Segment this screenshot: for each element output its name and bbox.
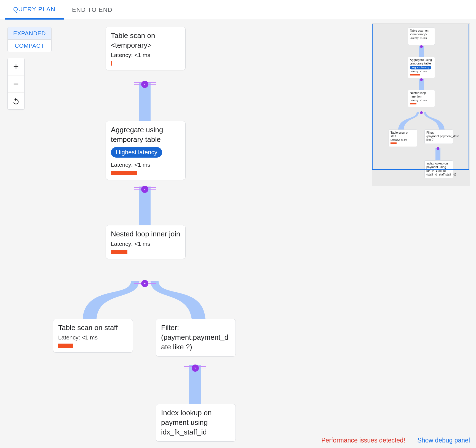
performance-warning: Performance issues detected! (321, 437, 405, 444)
minimap-chevron-icon (420, 78, 423, 81)
node-latency: Latency: <1 ms (111, 241, 180, 247)
minimap-node: Nested loop inner join Latency: <1 ms (408, 90, 435, 107)
node-cost-bar (111, 171, 137, 175)
minimap-chevron-icon (420, 45, 423, 48)
minimap[interactable]: Table scan on <temporary> Latency: <1 ms… (372, 23, 470, 186)
expand-node-button[interactable] (141, 280, 148, 287)
minimap-node: Filter: (payment.payment_date like ?) (424, 129, 453, 144)
node-latency: Latency: <1 ms (58, 334, 128, 341)
node-title: Table scan on <temporary> (111, 31, 180, 50)
node-table-scan-temporary[interactable]: Table scan on <temporary> Latency: <1 ms (106, 27, 186, 70)
expand-node-button[interactable] (141, 186, 148, 193)
node-cost-bar (111, 250, 127, 254)
highest-latency-badge: Highest latency (111, 147, 162, 158)
tab-query-plan[interactable]: QUERY PLAN (5, 0, 64, 20)
show-debug-panel-link[interactable]: Show debug panel (417, 437, 470, 444)
node-table-scan-staff[interactable]: Table scan on staff Latency: <1 ms (53, 319, 133, 353)
node-title: Nested loop inner join (111, 229, 180, 239)
minimap-node: Table scan on <temporary> Latency: <1 ms (408, 28, 435, 45)
node-filter-payment-date[interactable]: Filter: (payment.payment_date like ?) (156, 319, 236, 357)
minimap-chevron-icon (420, 111, 423, 114)
node-title: Index lookup on payment using idx_fk_sta… (161, 408, 231, 437)
node-latency: Latency: <1 ms (111, 52, 180, 58)
chevron-down-icon (193, 366, 197, 370)
node-nested-loop-join[interactable]: Nested loop inner join Latency: <1 ms (106, 225, 186, 259)
status-bar: Performance issues detected! Show debug … (321, 437, 470, 444)
expand-node-button[interactable] (141, 81, 148, 88)
minimap-node: Aggregate using temporary table Highest … (408, 57, 435, 78)
chevron-down-icon (143, 187, 147, 191)
node-title: Aggregate using temporary table (111, 125, 180, 144)
svg-rect-0 (139, 82, 151, 121)
query-plan-canvas[interactable]: EXPANDED COMPACT Table scan on (0, 20, 476, 448)
node-cost-bar (111, 61, 112, 66)
node-title: Table scan on staff (58, 323, 128, 333)
tab-end-to-end[interactable]: END TO END (64, 0, 121, 20)
node-title: Filter: (payment.payment_date like ?) (161, 323, 231, 352)
node-cost-bar (58, 344, 73, 348)
node-latency: Latency: <1 ms (111, 161, 180, 168)
node-aggregate-temporary[interactable]: Aggregate using temporary table Highest … (106, 121, 186, 180)
node-index-lookup-payment[interactable]: Index lookup on payment using idx_fk_sta… (156, 404, 236, 442)
minimap-node: Table scan on staff Latency: <1 ms (389, 129, 417, 147)
minimap-chevron-icon (437, 147, 439, 150)
chevron-down-icon (143, 82, 147, 87)
chevron-down-icon (143, 281, 147, 286)
minimap-node: Index lookup on payment using idx_fk_sta… (424, 160, 453, 178)
expand-node-button[interactable] (192, 365, 199, 372)
tabs: QUERY PLAN END TO END (0, 0, 476, 20)
